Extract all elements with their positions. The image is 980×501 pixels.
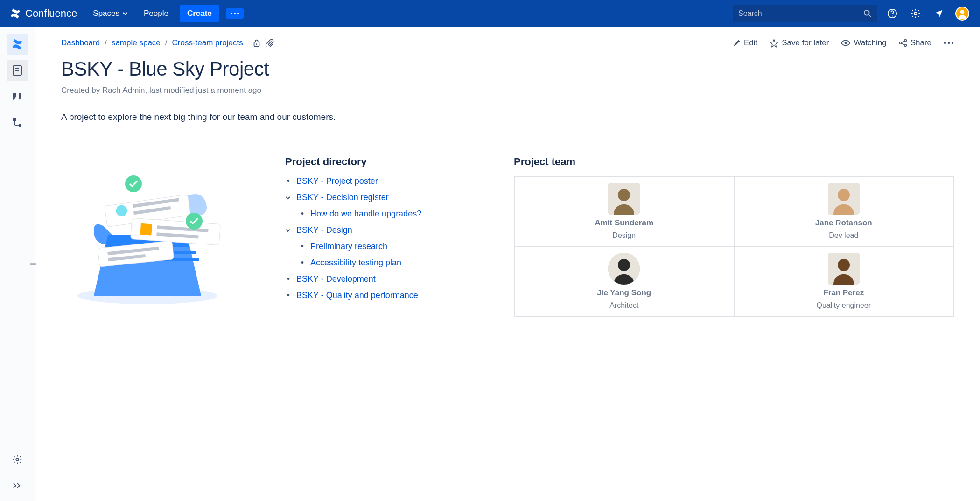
create-button[interactable]: Create [180,5,219,22]
svg-point-42 [618,259,630,271]
tree-item: •BSKY - Quality and performance [285,291,495,300]
page-actions: Edit Save for later Watching Share [733,38,954,48]
svg-point-1 [234,13,236,14]
bullet-icon: • [285,176,292,186]
breadcrumb: Dashboard / sample space / Cross-team pr… [61,38,274,48]
left-rail: || [0,27,35,328]
profile-button[interactable] [954,5,971,22]
svg-point-19 [948,42,950,44]
product-logo[interactable]: Confluence [9,7,77,20]
bullet-icon: • [299,258,306,268]
svg-point-40 [838,189,850,201]
bullet-icon: • [285,274,292,284]
page-description: A project to explore the next big thing … [61,112,954,122]
attachment-icon[interactable] [266,39,274,47]
team-member-name: Fran Perez [823,288,864,298]
team-avatar [608,253,640,285]
tree-item: BSKY - Decision register [285,193,495,202]
team-member[interactable]: Fran PerezQuality engineer [734,247,954,317]
gear-icon [910,8,921,19]
rail-pages[interactable] [7,60,28,81]
ellipsis-icon [231,12,239,15]
settings-button[interactable] [907,5,924,22]
nav-spaces[interactable]: Spaces [88,6,133,21]
create-more-button[interactable] [226,8,244,19]
tree-link[interactable]: BSKY - Project poster [296,176,378,186]
share-icon [899,39,907,47]
team-heading: Project team [514,156,954,168]
tree-item: •Preliminary research [285,242,495,251]
watching-button[interactable]: Watching [841,38,886,48]
team-member-name: Jane Rotanson [815,218,872,228]
svg-rect-29 [140,223,152,236]
tree-item: •Accessibility testing plan [285,258,495,268]
team-member-name: Amit Sunderam [595,218,653,228]
page-title: BSKY - Blue Sky Project [61,58,954,80]
tree-link[interactable]: BSKY - Quality and performance [296,291,418,300]
quote-icon [12,92,23,101]
rail-blog[interactable] [7,86,28,107]
team-grid: Amit SunderamDesignJane RotansonDev lead… [514,176,954,317]
confluence-icon [11,38,24,51]
svg-point-3 [864,10,869,15]
team-member-role: Quality engineer [816,301,871,310]
rail-home[interactable] [7,34,28,55]
tree-link[interactable]: Preliminary research [310,242,387,251]
save-label: Save for later [782,38,829,48]
svg-point-13 [256,43,257,45]
rail-tree[interactable] [7,112,28,133]
svg-point-44 [838,259,850,271]
tree-item: •How do we handle upgrades? [285,209,495,219]
pencil-icon [733,39,741,47]
save-later-button[interactable]: Save for later [770,38,829,48]
team-member-role: Dev lead [829,231,858,240]
search-icon [863,9,872,18]
share-button[interactable]: Share [899,38,931,48]
tree-link[interactable]: BSKY - Design [296,225,352,235]
svg-point-5 [892,16,893,17]
team-member[interactable]: Amit SunderamDesign [514,177,734,247]
share-label: Share [910,38,931,48]
more-actions-button[interactable] [944,42,954,44]
team-member[interactable]: Jie Yang SongArchitect [514,247,734,317]
tree-link[interactable]: Accessibility testing plan [310,258,401,268]
tree-link[interactable]: BSKY - Development [296,274,376,284]
svg-point-16 [904,40,907,42]
notifications-button[interactable] [931,5,947,22]
directory-column: Project directory •BSKY - Project poster… [285,156,495,317]
svg-point-18 [944,42,946,44]
help-button[interactable] [884,5,901,22]
page-icon [12,65,22,76]
svg-rect-10 [19,124,21,127]
chevron-down-icon[interactable] [285,228,292,233]
breadcrumb-item[interactable]: Cross-team projects [172,38,243,48]
breadcrumb-item[interactable]: sample space [112,38,161,48]
team-avatar [608,183,640,215]
chevron-down-icon [122,11,128,16]
restrictions-icon[interactable] [252,39,261,47]
directory-heading: Project directory [285,156,495,168]
team-member-name: Jie Yang Song [597,288,651,298]
resize-handle[interactable]: || [30,262,37,265]
folder-illustration [61,156,234,305]
svg-point-7 [960,10,965,14]
svg-point-17 [904,44,907,47]
help-icon [887,8,897,19]
illustration-column [61,156,266,317]
tree-link[interactable]: BSKY - Decision register [296,193,389,202]
chevron-down-icon[interactable] [285,195,292,201]
eye-icon [841,40,850,46]
svg-point-14 [845,42,847,44]
edit-button[interactable]: Edit [733,38,757,48]
team-member[interactable]: Jane RotansonDev lead [734,177,954,247]
star-icon [770,39,778,48]
breadcrumb-item[interactable]: Dashboard [61,38,100,48]
search-box[interactable] [733,5,877,22]
team-member-role: Architect [609,301,638,310]
nav-people[interactable]: People [139,6,173,21]
team-column: Project team Amit SunderamDesignJane Rot… [514,156,954,317]
breadcrumb-sep: / [105,38,107,48]
search-input[interactable] [738,9,860,18]
tree-link[interactable]: How do we handle upgrades? [310,209,421,219]
bullet-icon: • [299,209,306,219]
